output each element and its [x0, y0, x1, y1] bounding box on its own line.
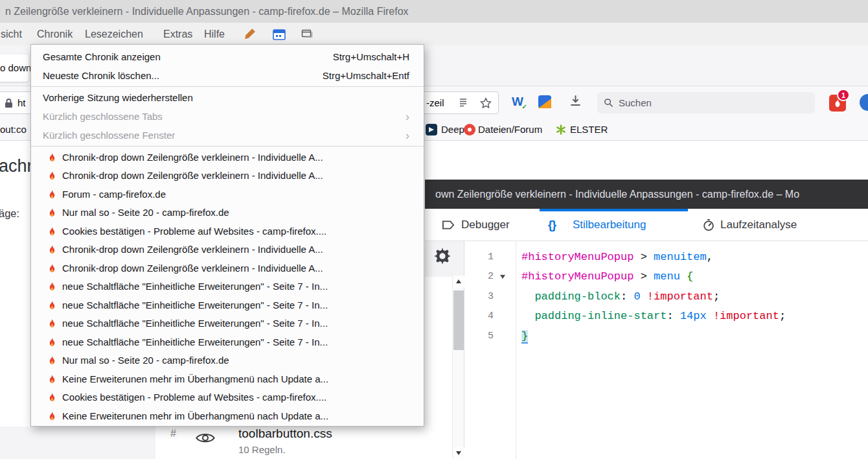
- menu-separator: [31, 86, 424, 87]
- history-menu-item[interactable]: Nur mal so - Seite 20 - camp-firefox.de: [31, 351, 424, 370]
- notification-badge: 1: [837, 89, 850, 101]
- history-menu-item[interactable]: Chronik-drop down Zeilengröße verkleiner…: [31, 241, 424, 259]
- history-item-label: Nur mal so - Seite 20 - camp-firefox.de: [62, 355, 229, 366]
- extension-icon-2[interactable]: [538, 95, 551, 108]
- bookmark-item-elster[interactable]: ELSTER: [570, 119, 608, 140]
- camp-firefox-favicon: [47, 244, 57, 254]
- history-item-label: Chronik-drop down Zeilengröße verkleiner…: [62, 263, 323, 274]
- window-icon[interactable]: [301, 29, 313, 39]
- history-item-label: Chronik-drop down Zeilengröße verkleiner…: [62, 152, 323, 163]
- history-menu-item[interactable]: Forum - camp-firefox.de: [31, 185, 424, 204]
- tab-laufzeitanalyse[interactable]: Laufzeitanalyse: [720, 209, 797, 241]
- download-icon[interactable]: [569, 95, 582, 107]
- bookmark-star-icon[interactable]: [480, 97, 492, 109]
- devtools-titlebar: own Zeilengröße verkleinern - Individuel…: [425, 180, 868, 209]
- camp-firefox-favicon: [47, 152, 57, 162]
- history-item-label: neue Schaltfläche "Einheitliche Erweiter…: [62, 318, 328, 329]
- camp-firefox-favicon: [47, 263, 57, 273]
- camp-firefox-favicon: [47, 207, 57, 217]
- menu-item-label: Kürzlich geschlossene Tabs: [43, 111, 163, 122]
- sidebar-scrollbar[interactable]: [452, 276, 464, 459]
- tab-title-partial: o down: [0, 54, 31, 82]
- stylesheet-item-prefix: #: [170, 428, 176, 440]
- braces-icon: {}: [548, 209, 556, 241]
- history-menu-item[interactable]: neue Schaltfläche "Einheitliche Erweiter…: [31, 296, 424, 314]
- stylesheet-list-item[interactable]: # toolbarbutton.css 10 Regeln.: [155, 427, 451, 459]
- check-icon: ✓: [522, 103, 527, 110]
- camp-firefox-favicon: [47, 392, 57, 402]
- window-title: n Zeilengröße verkleinern - Individuelle…: [5, 0, 409, 23]
- menu-item-label: Vorherige Sitzung wiederherstellen: [43, 92, 193, 103]
- scroll-up-button[interactable]: [453, 276, 464, 287]
- submenu-chevron-icon: ›: [405, 111, 409, 123]
- scroll-down-button[interactable]: [453, 447, 464, 459]
- stylesheet-name: toolbarbutton.css: [238, 427, 332, 441]
- page-label-partial: äge:: [0, 207, 19, 220]
- style-editor[interactable]: 1#historyMenuPopup > menuitem,2#historyM…: [464, 241, 868, 459]
- devtools-title: own Zeilengröße verkleinern - Individuel…: [435, 180, 863, 209]
- history-item-label: Keine Erweiterunen mehr im Überhangmenü …: [62, 373, 328, 384]
- menu-item-clear-recent-history[interactable]: Neueste Chronik löschen... Strg+Umschalt…: [31, 66, 424, 85]
- history-menu-item[interactable]: Chronik-drop down Zeilengröße verkleiner…: [31, 167, 424, 185]
- search-field[interactable]: [597, 92, 815, 113]
- devtools-tab-bar: Debugger {} Stilbearbeitung Laufzeitanal…: [425, 209, 868, 241]
- menu-item-shortcut: Strg+Umschalt+H: [333, 51, 409, 62]
- camp-firefox-favicon: [47, 300, 57, 310]
- menu-item-restore-session[interactable]: Vorherige Sitzung wiederherstellen: [31, 88, 424, 107]
- history-menu-item[interactable]: neue Schaltfläche "Einheitliche Erweiter…: [31, 333, 424, 351]
- history-menu-items: Chronik-drop down Zeilengröße verkleiner…: [31, 148, 424, 425]
- menubar-item-chronik[interactable]: Chronik: [37, 23, 73, 45]
- bookmark-item-partial[interactable]: out:co: [0, 119, 27, 140]
- tab-debugger[interactable]: Debugger: [461, 209, 510, 241]
- search-icon: [604, 98, 613, 108]
- extension-icon-3[interactable]: [860, 94, 868, 111]
- search-input[interactable]: [619, 97, 787, 108]
- history-item-label: Cookies bestätigen - Probleme auf Websit…: [62, 226, 326, 237]
- reader-mode-icon[interactable]: [458, 98, 468, 108]
- browser-tab[interactable]: o down: [0, 54, 29, 82]
- stopwatch-icon: [702, 218, 715, 231]
- bookmark-item-dateien-forum[interactable]: Dateien/Forum: [478, 119, 542, 140]
- menubar-item-extras[interactable]: Extras: [163, 23, 192, 45]
- menubar-item-hilfe[interactable]: Hilfe: [204, 23, 225, 45]
- history-item-label: Nur mal so - Seite 20 - camp-firefox.de: [62, 207, 229, 218]
- tab-stilbearbeitung[interactable]: Stilbearbeitung: [573, 209, 646, 241]
- menu-separator: [31, 146, 424, 147]
- history-menu-dropdown: Gesamte Chronik anzeigen Strg+Umschalt+H…: [30, 44, 424, 427]
- url-text-start: ht: [17, 92, 26, 113]
- history-menu-item[interactable]: Chronik-drop down Zeilengröße verkleiner…: [31, 259, 424, 277]
- history-menu-item[interactable]: Keine Erweiterunen mehr im Überhangmenü …: [31, 406, 424, 425]
- eye-icon[interactable]: [196, 431, 215, 445]
- camp-firefox-favicon: [47, 411, 57, 421]
- menu-item-label: Kürzlich geschlossene Fenster: [43, 130, 175, 141]
- menu-bar: sicht Chronik Lesezeichen Extras Hilfe: [0, 23, 868, 45]
- calendar-icon[interactable]: [273, 29, 286, 40]
- pen-icon[interactable]: [244, 28, 256, 40]
- history-item-label: Forum - camp-firefox.de: [62, 189, 166, 200]
- scrollbar-thumb[interactable]: [453, 290, 464, 350]
- extension-icon-1[interactable]: W✓: [512, 95, 523, 108]
- camp-firefox-favicon: [47, 318, 57, 328]
- menu-item-show-all-history[interactable]: Gesamte Chronik anzeigen Strg+Umschalt+H: [31, 47, 424, 66]
- history-menu-item[interactable]: Keine Erweiterunen mehr im Überhangmenü …: [31, 370, 424, 388]
- history-menu-item[interactable]: neue Schaltfläche "Einheitliche Erweiter…: [31, 314, 424, 333]
- history-menu-item[interactable]: Nur mal so - Seite 20 - camp-firefox.de: [31, 204, 424, 222]
- history-menu-item[interactable]: Cookies bestätigen - Probleme auf Websit…: [31, 388, 424, 407]
- menu-item-recently-closed-tabs[interactable]: Kürzlich geschlossene Tabs ›: [31, 107, 424, 126]
- menubar-item-ansicht[interactable]: sicht: [1, 23, 22, 45]
- history-menu-item[interactable]: neue Schaltfläche "Einheitliche Erweiter…: [31, 277, 424, 296]
- menu-item-label: Gesamte Chronik anzeigen: [43, 51, 161, 62]
- history-item-label: neue Schaltfläche "Einheitliche Erweiter…: [62, 336, 328, 347]
- devtools-window: own Zeilengröße verkleinern - Individuel…: [425, 180, 868, 459]
- camp-firefox-favicon: [47, 374, 57, 384]
- history-menu-item[interactable]: Cookies bestätigen - Probleme auf Websit…: [31, 222, 424, 241]
- elster-favicon: [556, 124, 566, 135]
- menu-item-recently-closed-windows[interactable]: Kürzlich geschlossene Fenster ›: [31, 126, 424, 145]
- devtools-main: 1#historyMenuPopup > menuitem,2#historyM…: [425, 241, 868, 459]
- history-item-label: Chronik-drop down Zeilengröße verkleiner…: [62, 170, 323, 181]
- menubar-item-lesezeichen[interactable]: Lesezeichen: [85, 23, 143, 45]
- camp-firefox-favicon: [47, 189, 57, 199]
- gear-icon[interactable]: [433, 247, 451, 265]
- deepl-favicon: [426, 124, 437, 135]
- history-menu-item[interactable]: Chronik-drop down Zeilengröße verkleiner…: [31, 148, 424, 167]
